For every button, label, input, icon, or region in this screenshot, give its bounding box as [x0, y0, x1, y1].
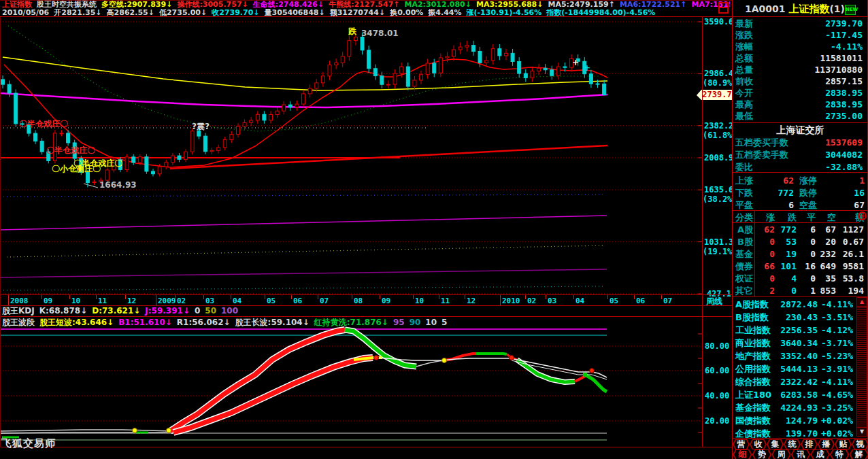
index-row[interactable]: 上证1806283.58-4.65%	[735, 388, 868, 401]
date-label: 09	[382, 296, 390, 305]
index-row[interactable]: 商业指数3640.34-3.71%	[735, 337, 868, 350]
candle	[203, 136, 207, 152]
menu-item-讯[interactable]: 讯	[791, 449, 811, 459]
menu-item-集[interactable]: 集	[767, 439, 784, 449]
menu-item-成[interactable]: 成	[810, 449, 830, 459]
chart-annotation: 〇半仓戏庄〇	[19, 119, 68, 129]
quote-row: 总额11581011	[735, 52, 864, 64]
quote-label: 涨幅	[735, 41, 753, 52]
menu-item-视[interactable]: 视	[852, 439, 868, 449]
candle	[276, 111, 279, 114]
menu-item-收[interactable]: 收	[750, 439, 767, 449]
menu-item-播[interactable]: 播	[818, 439, 835, 449]
index-row[interactable]: 地产指数3352.40-5.23%	[735, 350, 868, 362]
date-tick	[231, 295, 231, 299]
left-border	[0, 17, 1, 447]
date-label: 06	[293, 296, 302, 305]
chart-annotation: 跌	[348, 27, 357, 36]
date-label: 02	[527, 296, 536, 305]
candle	[197, 131, 201, 136]
index-name: 基金指数	[735, 401, 771, 414]
quote-row: 最新2739.70	[735, 18, 864, 29]
menu-item-label: 势	[752, 449, 772, 459]
indicator-axis-label: 40.00	[705, 391, 729, 401]
bottom-menu-row: 细势周讯成特解	[733, 449, 868, 459]
candle	[67, 133, 70, 143]
menu-item-贴[interactable]: 贴	[835, 439, 852, 449]
candle	[145, 157, 148, 171]
date-tick	[318, 295, 318, 299]
index-row[interactable]: 基金指数4224.93-3.25%	[735, 401, 868, 414]
date-tick	[634, 295, 635, 299]
volume-value: 1537609	[825, 137, 863, 148]
candle	[458, 47, 462, 50]
candle	[471, 46, 475, 52]
crosshair-icon[interactable]: +	[858, 211, 867, 220]
menu-item-排[interactable]: 排	[801, 439, 818, 449]
stock-code: 1A0001	[745, 3, 788, 14]
menu-item-营[interactable]: 营	[733, 439, 750, 449]
volume-label: 委比	[735, 161, 753, 173]
candle	[125, 157, 129, 170]
menu-item-label: 成	[810, 449, 830, 459]
candle	[328, 65, 331, 76]
index-row[interactable]: A股指数2872.48-4.11%	[735, 298, 868, 311]
date-label: 07	[320, 296, 329, 305]
chart-annotation: 3478.01	[361, 29, 399, 38]
candle	[367, 50, 371, 69]
scroll-down-button[interactable]: ▼	[856, 427, 867, 437]
date-tick	[380, 295, 380, 299]
scrollbar-track[interactable]	[856, 297, 867, 437]
candle	[537, 68, 541, 71]
quote-label: 最高	[735, 99, 753, 110]
menu-item-label: 周	[771, 449, 791, 459]
band-indicator-chart[interactable]	[0, 317, 702, 447]
menu-item-解[interactable]: 解	[849, 449, 868, 459]
band-field: 10	[425, 318, 437, 327]
band-field: 95	[393, 318, 405, 327]
candle	[308, 88, 312, 94]
price-axis-pct: (80.9%)	[703, 78, 731, 88]
candle	[315, 83, 318, 88]
index-row[interactable]: 综合指数2322.42-4.11%	[735, 375, 868, 388]
quote-row: 涨跌-117.45	[735, 29, 864, 41]
panel-bottom-divider	[0, 447, 732, 447]
candle	[165, 163, 168, 167]
index-change: +0.02%	[821, 414, 853, 427]
date-label: 02	[177, 296, 186, 305]
index-name: 公用指数	[735, 362, 771, 375]
date-tick	[352, 295, 352, 299]
date-label: 04	[233, 296, 241, 305]
candle	[250, 120, 253, 122]
menu-item-label: 排	[801, 439, 818, 449]
ma-line	[0, 216, 607, 230]
menu-item-细[interactable]: 细	[733, 449, 752, 459]
index-change: -3.91%	[821, 362, 853, 375]
menu-item-特[interactable]: 特	[830, 449, 850, 459]
candle	[282, 105, 286, 111]
signal-dot-red	[590, 369, 595, 373]
date-label: 05	[267, 296, 276, 305]
index-value: 4224.93	[780, 401, 818, 414]
index-row[interactable]: 国债指数124.79+0.02%	[735, 414, 868, 427]
index-row[interactable]: 工业指数2256.35-4.12%	[735, 324, 868, 337]
stock-name: 上证指数	[788, 3, 829, 15]
updown-value: 6	[760, 199, 794, 211]
candle	[184, 152, 188, 159]
table-cell: 1127	[733, 224, 864, 235]
chart-annotation: 〇半仓戏庄〇	[46, 146, 95, 155]
scroll-up-button[interactable]: ▲	[856, 297, 867, 307]
price-axis-label: 2008.9	[704, 153, 731, 163]
menu-item-周[interactable]: 周	[771, 449, 791, 459]
menu-item-统[interactable]: 统	[784, 439, 801, 449]
quote-label: 涨跌	[735, 29, 753, 41]
index-row[interactable]: B股指数230.43-3.51%	[735, 311, 868, 324]
index-row[interactable]: 公用指数5444.13-3.91%	[735, 362, 868, 375]
menu-item-label: 视	[852, 439, 868, 449]
menu-item-势[interactable]: 势	[752, 449, 772, 459]
candle	[452, 50, 456, 56]
price-axis-pct: (61.8%)	[703, 131, 731, 140]
page-layout-icon[interactable]	[718, 2, 729, 14]
main-candle-chart[interactable]: 跌3478.01〇半仓戏庄〇〇半仓戏庄〇〇半仓戏庄〇〇小仓测庄〇1664.93?…	[0, 0, 702, 313]
index-change: -3.71%	[821, 337, 853, 350]
